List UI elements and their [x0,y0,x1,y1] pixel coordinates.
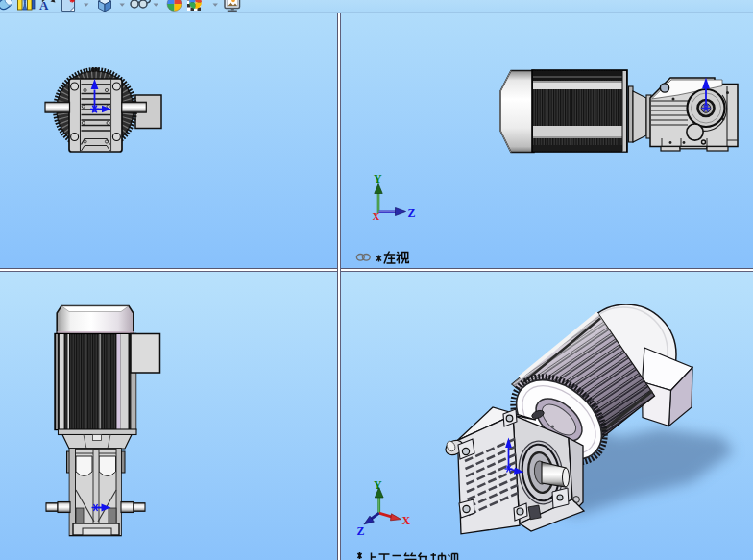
svg-text:A: A [39,0,49,12]
svg-text:Z: Z [408,207,416,220]
svg-text:X: X [402,514,411,527]
svg-text:Y: Y [374,172,382,185]
svg-text:Z: Z [357,524,365,538]
svg-text:Y: Y [374,478,382,492]
